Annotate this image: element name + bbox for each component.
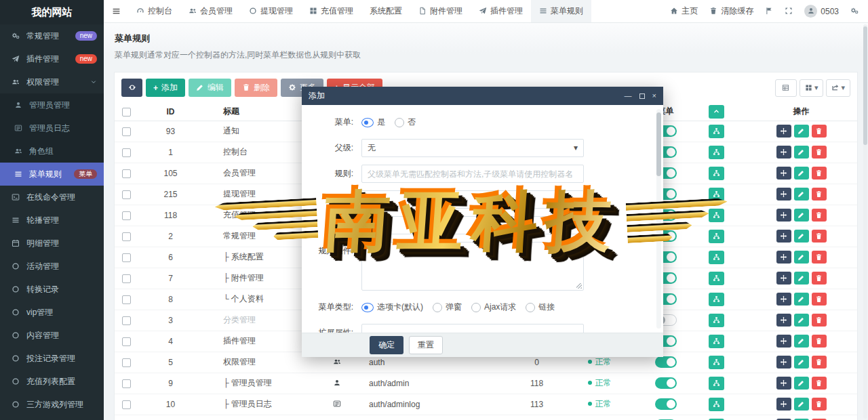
subnode-button[interactable] [709,293,724,306]
settings-button[interactable] [850,7,859,16]
home-link[interactable]: 主页 [670,5,698,17]
sidebar-item[interactable]: 插件管理new [0,47,104,70]
parent-select[interactable]: 无 [361,139,584,157]
sidebar-item[interactable]: 菜单规则菜单 [0,163,104,186]
row-delete-button[interactable] [812,146,827,159]
drag-sort-button[interactable] [776,377,791,390]
icon-input[interactable] [361,216,584,234]
drag-sort-button[interactable] [776,335,791,348]
collapse-all-button[interactable] [709,105,724,119]
topbar-tab[interactable]: 菜单规则 [531,0,591,22]
row-checkbox[interactable] [122,148,131,157]
row-edit-button[interactable] [794,314,809,327]
row-delete-button[interactable] [812,293,827,306]
subnode-button[interactable] [709,335,724,348]
row-edit-button[interactable] [794,335,809,348]
page-scrollbar-thumb[interactable] [863,26,867,145]
topbar-tab[interactable]: 附件管理 [410,0,471,22]
language-button[interactable] [765,7,773,16]
delete-button[interactable]: 删除 [235,79,277,97]
row-checkbox[interactable] [122,211,131,220]
row-edit-button[interactable] [794,188,809,201]
condition-textarea[interactable] [361,242,584,291]
page-scrollbar[interactable] [863,24,867,419]
sidebar-item[interactable]: 管理员日志 [0,117,104,140]
row-delete-button[interactable] [812,167,827,180]
scrollbar-thumb[interactable] [656,112,661,176]
row-delete-button[interactable] [812,251,827,264]
topbar-tab[interactable]: 插件管理 [471,0,531,22]
topbar-tab[interactable]: 提现管理 [241,0,301,22]
maximize-icon[interactable] [639,93,645,99]
select-all-checkbox[interactable] [122,108,131,117]
sidebar-item[interactable]: 角色组 [0,140,104,163]
dialog-scrollbar[interactable] [656,109,661,329]
clear-cache-button[interactable]: 清除缓存 [709,5,753,17]
row-edit-button[interactable] [794,209,809,222]
row-delete-button[interactable] [812,209,827,222]
drag-sort-button[interactable] [776,230,791,243]
row-delete-button[interactable] [812,188,827,201]
row-checkbox[interactable] [122,190,131,199]
row-edit-button[interactable] [794,251,809,264]
subnode-button[interactable] [709,188,724,201]
row-delete-button[interactable] [812,272,827,285]
subnode-button[interactable] [709,251,724,264]
row-edit-button[interactable] [794,398,809,411]
drag-sort-button[interactable] [776,125,791,138]
sidebar-item[interactable]: 明细管理 [0,232,104,255]
drag-sort-button[interactable] [776,146,791,159]
row-checkbox[interactable] [122,232,131,241]
menu-no-radio[interactable]: 否 [395,117,416,128]
topbar-tab[interactable]: 充值管理 [301,0,361,22]
sidebar-item[interactable]: 活动管理 [0,255,104,278]
row-checkbox[interactable] [122,295,131,304]
edit-button[interactable]: 编辑 [189,79,231,97]
minimize-icon[interactable]: — [625,92,632,100]
subnode-button[interactable] [709,230,724,243]
add-button[interactable]: +添加 [146,79,185,97]
row-checkbox[interactable] [122,274,131,283]
row-delete-button[interactable] [812,230,827,243]
sidebar-item[interactable]: 管理员管理 [0,93,104,117]
drag-sort-button[interactable] [776,293,791,306]
sidebar-item[interactable]: 充值列表配置 [0,370,104,393]
row-checkbox[interactable] [122,337,131,346]
row-delete-button[interactable] [812,125,827,138]
row-delete-button[interactable] [812,356,827,369]
row-checkbox[interactable] [122,316,131,325]
row-delete-button[interactable] [812,398,827,411]
menu-yes-radio[interactable]: 是 [361,117,385,128]
toggle-view-button[interactable] [775,79,797,97]
sidebar-toggle-button[interactable] [104,0,128,22]
row-edit-button[interactable] [794,230,809,243]
columns-button[interactable]: ▾ [800,79,824,97]
title-input[interactable] [361,190,584,209]
row-edit-button[interactable] [794,356,809,369]
menu-toggle[interactable] [655,356,677,368]
row-edit-button[interactable] [794,167,809,180]
row-delete-button[interactable] [812,314,827,327]
drag-sort-button[interactable] [776,272,791,285]
subnode-button[interactable] [709,272,724,285]
sidebar-item[interactable]: 三方游戏列管理 [0,393,104,416]
row-edit-button[interactable] [794,146,809,159]
drag-sort-button[interactable] [776,209,791,222]
row-checkbox[interactable] [122,127,131,136]
fullscreen-button[interactable] [785,7,793,16]
menu-type-radio[interactable]: 选项卡(默认) [361,301,423,313]
subnode-button[interactable] [709,398,724,411]
export-button[interactable]: ▾ [826,79,850,97]
sidebar-item[interactable]: 在线命令管理 [0,186,104,209]
subnode-button[interactable] [709,356,724,369]
subnode-button[interactable] [709,377,724,390]
drag-sort-button[interactable] [776,188,791,201]
subnode-button[interactable] [709,167,724,180]
refresh-button[interactable] [121,79,142,97]
drag-sort-button[interactable] [776,167,791,180]
reset-button[interactable]: 重置 [409,336,443,354]
sidebar-item[interactable]: 投注记录管理 [0,347,104,370]
column-header-checkbox[interactable] [115,103,138,121]
drag-sort-button[interactable] [776,314,791,327]
menu-type-radio[interactable]: 弹窗 [433,301,462,313]
